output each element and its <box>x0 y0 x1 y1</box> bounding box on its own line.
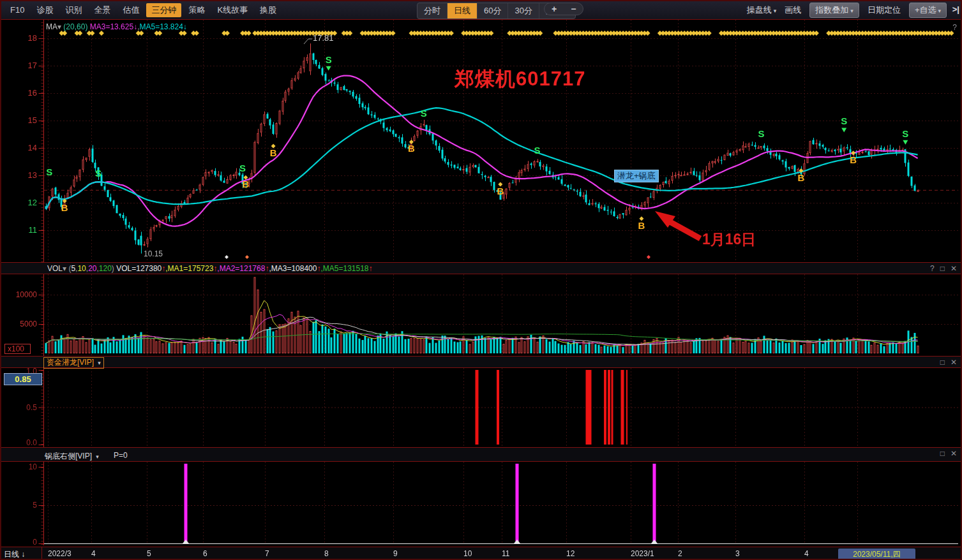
volume-panel-header: VOL▾ (5,10,20,120) VOL=127380↑,MA1=17572… <box>0 262 962 274</box>
pot-panel-icons: □✕ <box>940 449 957 458</box>
collapse-panel-icon[interactable]: >| <box>952 4 959 14</box>
legend-segment: MA <box>46 22 57 31</box>
high-price-label: 17.81 <box>313 33 334 43</box>
fund-panel-header: 资金潜龙[VIP] ▾ □✕ <box>0 356 962 368</box>
legend-segment: ↓ <box>183 22 187 31</box>
maximize-icon[interactable]: □ <box>940 449 945 458</box>
pot-panel-header: 锅底右侧[VIP] ▾ P=0 □✕ <box>0 447 962 462</box>
menu-kline-story[interactable]: K线故事 <box>212 3 253 17</box>
stock-title-annotation: 郑煤机601717 <box>455 66 585 92</box>
axis-month-label: 9 <box>393 549 398 558</box>
volume-legend: VOL▾ (5,10,20,120) VOL=127380↑,MA1=17572… <box>47 264 373 273</box>
axis-month-label: 11 <box>502 549 509 558</box>
axis-month-label: 4 <box>804 549 809 558</box>
fund-indicator-canvas[interactable] <box>0 368 962 447</box>
index-overlay-button[interactable]: 指数叠加▾ <box>809 3 859 18</box>
toolbar-right-group: 操盘线▾画线指数叠加▾日期定位+自选▾ <box>747 0 947 20</box>
date-locate-button[interactable]: 日期定位 <box>868 4 901 16</box>
legend-segment: ,MA2=121768 <box>217 264 265 273</box>
menu-switch-stock[interactable]: 换股 <box>255 3 282 17</box>
legend-segment: ,MA3=108400 <box>269 264 317 273</box>
current-date-badge: 2023/05/11,四 <box>838 549 915 560</box>
axis-month-label: 2 <box>678 549 682 558</box>
event-date-annotation: 1月16日 <box>702 230 756 249</box>
volume-panel-icons: ?□✕ <box>930 264 957 273</box>
axis-month-label: 8 <box>324 549 329 558</box>
legend-segment: VOL <box>47 264 63 273</box>
axis-month-label: 4 <box>91 549 96 558</box>
close-icon[interactable]: ✕ <box>951 264 957 273</box>
legend-segment: 20 <box>88 264 96 273</box>
stock-app-window: F10诊股识别全景估值三分钟策略K线故事换股 分时日线60分30分周线 ▾ +−… <box>0 0 962 560</box>
pot-indicator-title: 锅底右侧[VIP] <box>45 452 92 461</box>
maximize-icon[interactable]: □ <box>940 358 945 367</box>
zoom-in-button[interactable]: + <box>545 3 564 15</box>
axis-month-label: 10 <box>463 549 472 558</box>
menu-diagnose[interactable]: 诊股 <box>31 3 58 17</box>
fund-indicator-title: 资金潜龙[VIP] <box>47 358 94 367</box>
help-icon[interactable]: ? <box>930 264 935 273</box>
axis-month-label: 2022/3 <box>48 549 71 558</box>
menu-three-minutes[interactable]: 三分钟 <box>146 3 181 17</box>
legend-segment: (20,60) <box>61 22 90 31</box>
main-chart-canvas[interactable] <box>0 20 962 262</box>
legend-segment: MA3=13.625 <box>90 22 133 31</box>
legend-segment: MA5=13.824 <box>139 22 183 31</box>
fund-indicator-dropdown[interactable]: 资金潜龙[VIP] ▾ <box>43 357 104 369</box>
chevron-down-icon: ▾ <box>96 453 99 460</box>
fund-value-badge: 0.85 <box>4 373 42 385</box>
close-icon[interactable]: ✕ <box>951 358 957 367</box>
menu-identify[interactable]: 识别 <box>60 3 87 17</box>
menu-f10[interactable]: F10 <box>5 4 29 16</box>
legend-segment: ,MA1=175723 <box>165 264 213 273</box>
pot-indicator-dropdown[interactable]: 锅底右侧[VIP] ▾ <box>45 451 99 462</box>
period-tab-daily[interactable]: 日线 <box>447 3 477 18</box>
signal-tooltip: 潜龙+锅底 <box>614 170 659 182</box>
maximize-icon[interactable]: □ <box>940 264 945 273</box>
legend-segment: 120 <box>99 264 112 273</box>
legend-segment: ,MA5=131518 <box>320 264 368 273</box>
chevron-down-icon: ▾ <box>774 8 777 14</box>
menu-panorama[interactable]: 全景 <box>89 3 116 17</box>
fund-panel-icons: □✕ <box>940 358 957 367</box>
chevron-down-icon: ▾ <box>850 8 853 14</box>
menu-valuation[interactable]: 估值 <box>117 3 144 17</box>
chevron-down-icon: ▾ <box>98 360 101 366</box>
close-icon[interactable]: ✕ <box>951 449 957 458</box>
pot-p-value: P=0 <box>114 451 128 460</box>
ma-legend: MA▾ (20,60) MA3=13.625↓,MA5=13.824↓ <box>46 22 187 31</box>
month-labels: 2022/34567891011122023/1234 <box>0 547 962 560</box>
low-price-label: 10.15 <box>144 249 163 258</box>
time-axis-bar: 日线 ↓ 2022/34567891011122023/1234 2023/05… <box>0 547 962 560</box>
trade-line-button[interactable]: 操盘线▾ <box>747 4 777 16</box>
chevron-down-icon: ▾ <box>938 8 941 14</box>
menu-strategy[interactable]: 策略 <box>183 3 210 17</box>
axis-month-label: 3 <box>735 549 740 558</box>
axis-month-label: 2023/1 <box>631 549 654 558</box>
legend-segment: VOL=127380 <box>116 264 162 273</box>
legend-segment: ↑ <box>369 264 373 273</box>
axis-month-label: 7 <box>265 549 269 558</box>
zoom-out-button[interactable]: − <box>564 3 583 15</box>
help-icon[interactable]: ? <box>952 23 957 32</box>
axis-month-label: 12 <box>566 549 575 558</box>
legend-segment: 10 <box>77 264 86 273</box>
period-tab-intraday[interactable]: 分时 <box>417 3 447 18</box>
main-menu: F10诊股识别全景估值三分钟策略K线故事换股 <box>5 0 282 20</box>
volume-chart-canvas[interactable] <box>0 274 962 356</box>
top-toolbar: F10诊股识别全景估值三分钟策略K线故事换股 分时日线60分30分周线 ▾ +−… <box>0 0 962 20</box>
axis-month-label: 5 <box>147 549 151 558</box>
axis-month-label: 6 <box>203 549 207 558</box>
period-tab-30min[interactable]: 30分 <box>508 3 539 18</box>
add-watchlist-button[interactable]: +自选▾ <box>909 3 947 18</box>
draw-line-button[interactable]: 画线 <box>785 4 801 16</box>
zoom-button-group: +− <box>544 3 583 15</box>
period-tab-60min[interactable]: 60分 <box>477 3 508 18</box>
pot-indicator-canvas[interactable] <box>0 462 962 547</box>
